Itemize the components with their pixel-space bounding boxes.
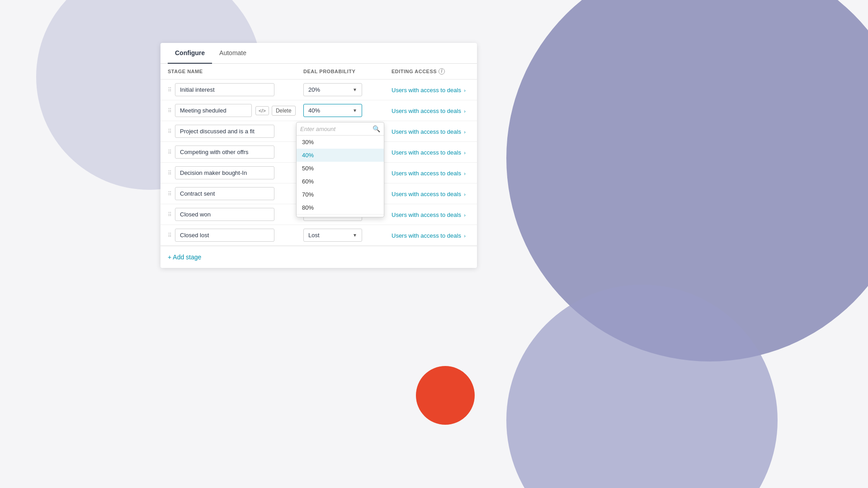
stage-row-8: ⠿ Lost ▼ Users with access to deals › <box>160 225 477 246</box>
dropdown-option-50[interactable]: 50% <box>297 162 384 175</box>
stage-name-input-6[interactable] <box>175 187 274 200</box>
tab-automate[interactable]: Automate <box>212 43 254 64</box>
search-icon[interactable]: 🔍 <box>373 125 380 132</box>
col-header-stage-name: STAGE NAME <box>168 68 303 75</box>
drag-handle-6[interactable]: ⠿ <box>168 191 171 197</box>
stage-name-field-3: ⠿ <box>168 125 303 138</box>
access-cell-5: Users with access to deals › <box>392 169 470 177</box>
access-link-4[interactable]: Users with access to deals <box>392 149 461 156</box>
chevron-down-icon-1: ▼ <box>353 87 357 92</box>
drag-handle-7[interactable]: ⠿ <box>168 211 171 218</box>
decorative-circle-red <box>416 366 475 425</box>
access-cell-2: Users with access to deals › <box>392 107 470 115</box>
access-cell-8: Users with access to deals › <box>392 231 470 239</box>
stage-name-input-1[interactable] <box>175 83 274 96</box>
access-arrow-2: › <box>464 108 466 114</box>
stage-name-field-2: ⠿ </> Delete <box>168 104 303 117</box>
access-arrow-7: › <box>464 212 466 218</box>
access-link-3[interactable]: Users with access to deals <box>392 128 461 135</box>
drag-handle-1[interactable]: ⠿ <box>168 87 171 93</box>
table-header: STAGE NAME DEAL PROBABILITY EDITING ACCE… <box>160 64 477 80</box>
probability-value-2: 40% <box>308 107 320 114</box>
drag-handle-8[interactable]: ⠿ <box>168 232 171 239</box>
stage-name-input-2[interactable] <box>175 104 252 117</box>
configure-panel: Configure Automate STAGE NAME DEAL PROBA… <box>160 43 477 268</box>
access-arrow-4: › <box>464 150 466 155</box>
drag-handle-4[interactable]: ⠿ <box>168 149 171 155</box>
access-link-1[interactable]: Users with access to deals <box>392 87 461 94</box>
stage-row-1: ⠿ 20% ▼ Users with access to deals › <box>160 80 477 100</box>
probability-select-2[interactable]: 40% ▼ <box>303 104 362 117</box>
add-stage-button[interactable]: + Add stage <box>168 253 201 261</box>
drag-handle-3[interactable]: ⠿ <box>168 128 171 135</box>
probability-select-8[interactable]: Lost ▼ <box>303 229 362 242</box>
probability-value-1: 20% <box>308 86 320 93</box>
dropdown-search-container: 🔍 <box>297 122 384 136</box>
col-header-deal-probability: DEAL PROBABILITY <box>303 68 392 75</box>
access-link-2[interactable]: Users with access to deals <box>392 108 461 114</box>
chevron-down-icon-2: ▼ <box>353 108 357 113</box>
stage-name-input-7[interactable] <box>175 208 274 221</box>
dropdown-option-40[interactable]: 40% <box>297 149 384 162</box>
tabs-container: Configure Automate <box>160 43 477 64</box>
access-cell-4: Users with access to deals › <box>392 148 470 156</box>
dropdown-option-60[interactable]: 60% <box>297 175 384 188</box>
probability-cell-2: 40% ▼ <box>303 104 392 117</box>
access-arrow-6: › <box>464 192 466 197</box>
probability-cell-8: Lost ▼ <box>303 229 392 242</box>
editing-access-info-icon[interactable]: i <box>439 68 445 75</box>
stage-name-field-5: ⠿ <box>168 166 303 179</box>
drag-handle-2[interactable]: ⠿ <box>168 108 171 114</box>
tab-configure[interactable]: Configure <box>168 43 212 64</box>
access-cell-3: Users with access to deals › <box>392 127 470 136</box>
stage-name-field-8: ⠿ <box>168 229 303 242</box>
dropdown-option-80[interactable]: 80% <box>297 201 384 214</box>
probability-select-1[interactable]: 20% ▼ <box>303 83 362 96</box>
access-cell-6: Users with access to deals › <box>392 190 470 198</box>
stage-name-field-1: ⠿ <box>168 83 303 96</box>
dropdown-option-30[interactable]: 30% <box>297 136 384 149</box>
access-arrow-8: › <box>464 233 466 239</box>
stage-name-input-3[interactable] <box>175 125 274 138</box>
access-cell-7: Users with access to deals › <box>392 211 470 219</box>
code-button-2[interactable]: </> <box>255 106 269 115</box>
probability-value-8: Lost <box>308 232 320 239</box>
stage-name-field-4: ⠿ <box>168 145 303 159</box>
access-link-8[interactable]: Users with access to deals <box>392 232 461 239</box>
stage-name-field-6: ⠿ <box>168 187 303 200</box>
row-actions-2: </> Delete <box>255 106 296 116</box>
add-option-link[interactable]: Add option <box>297 214 384 217</box>
delete-button-2[interactable]: Delete <box>272 106 296 116</box>
access-link-7[interactable]: Users with access to deals <box>392 211 461 218</box>
stage-name-input-4[interactable] <box>175 145 274 159</box>
access-arrow-5: › <box>464 171 466 176</box>
stage-name-input-5[interactable] <box>175 166 274 179</box>
probability-dropdown: 🔍 30% 40% 50% 60% 70% 80% Add option Won <box>296 122 384 217</box>
access-cell-1: Users with access to deals › <box>392 86 470 94</box>
dropdown-options-list: 30% 40% 50% 60% 70% 80% Add option Won <box>297 136 384 217</box>
access-link-6[interactable]: Users with access to deals <box>392 191 461 197</box>
stage-name-field-7: ⠿ <box>168 208 303 221</box>
stage-row-2: ⠿ </> Delete 40% ▼ Users with access to … <box>160 100 477 121</box>
drag-handle-5[interactable]: ⠿ <box>168 170 171 176</box>
panel-footer: + Add stage <box>160 246 477 268</box>
access-arrow-3: › <box>464 129 466 135</box>
chevron-down-icon-8: ▼ <box>353 233 357 238</box>
probability-cell-1: 20% ▼ <box>303 83 392 96</box>
col-header-editing-access: EDITING ACCESS i <box>392 68 470 75</box>
access-arrow-1: › <box>464 88 466 93</box>
stage-name-input-8[interactable] <box>175 229 274 242</box>
dropdown-search-input[interactable] <box>300 126 370 132</box>
access-link-5[interactable]: Users with access to deals <box>392 170 461 177</box>
dropdown-option-70[interactable]: 70% <box>297 188 384 201</box>
